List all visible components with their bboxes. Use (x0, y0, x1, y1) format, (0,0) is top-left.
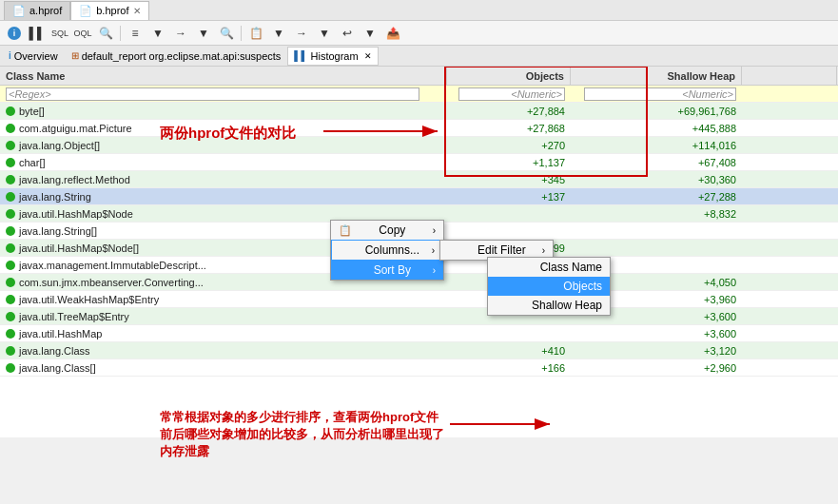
sql-icon: SQL (51, 29, 68, 38)
col-extra (742, 67, 837, 85)
table-row[interactable]: java.util.WeakHashMap$Entry +99 +3,960 (0, 291, 838, 308)
menu-item-columns[interactable]: Columns... › (331, 240, 443, 261)
filter-shallow[interactable] (571, 86, 742, 102)
edit-filter-arrow: › (542, 245, 545, 256)
cell-class: com.atguigu.mat.Picture (0, 120, 447, 136)
cell-shallow: +27,288 (571, 188, 742, 204)
table-row[interactable]: java.lang.Class +410 +3,120 (0, 342, 838, 359)
cell-class: byte[] (0, 103, 447, 119)
table-row[interactable]: com.atguigu.mat.Picture +27,868 +445,888 (0, 120, 838, 137)
table-row[interactable]: java.lang.Class[] +166 +2,960 (0, 359, 838, 377)
regex-filter-input[interactable] (6, 87, 419, 101)
cell-shallow: +67,408 (571, 154, 742, 170)
menu-item-sort-classname[interactable]: Class Name (488, 258, 610, 277)
table-row[interactable]: java.lang.reflect.Method +345 +30,360 (0, 171, 838, 188)
oql-button[interactable]: OQL (72, 24, 93, 43)
search-btn-2[interactable]: 🔍 (216, 24, 237, 43)
class-icon (6, 363, 15, 373)
cell-shallow: +69,961,768 (571, 103, 742, 119)
class-icon (6, 312, 15, 321)
dropdown-btn-4[interactable]: ▼ (314, 24, 335, 43)
cell-class: java.lang.Object[] (0, 137, 447, 153)
export-button[interactable]: 📤 (382, 24, 403, 43)
tab-suspects[interactable]: ⊞ default_report org.eclipse.mat.api:sus… (65, 47, 288, 66)
cell-objects: +166 (447, 359, 571, 376)
arrow-button[interactable]: → (291, 24, 312, 43)
tab-overview-label: Overview (14, 50, 58, 62)
menu-item-sort-shallow[interactable]: Shallow Heap (488, 296, 610, 315)
col-objects: Objects (447, 67, 571, 85)
tab-overview[interactable]: i Overview (2, 47, 65, 66)
close-histogram-tab[interactable]: ✕ (364, 51, 372, 61)
class-icon (6, 141, 15, 150)
copy-label: Copy (379, 223, 405, 237)
arrow-icon: → (296, 27, 307, 40)
histogram-button[interactable]: ▌▌ (27, 24, 48, 43)
cell-objects (447, 223, 571, 239)
sortby-label: Sort By (374, 263, 411, 277)
filter-class[interactable] (0, 86, 447, 102)
table-row[interactable]: java.util.TreeMap$Entry +3,600 (0, 308, 838, 325)
export-icon: 📤 (386, 27, 400, 40)
forward-icon: → (175, 27, 186, 40)
dropdown-btn-2[interactable]: ▼ (193, 24, 214, 43)
numeric-filter-objects[interactable] (458, 87, 565, 101)
dropdown-btn-3[interactable]: ▼ (268, 24, 289, 43)
copy-menu-icon: 📋 (339, 224, 352, 237)
cell-objects: +410 (447, 342, 571, 359)
filter-objects[interactable] (447, 86, 571, 102)
histogram-icon: ▌▌ (29, 27, 45, 40)
cell-class: java.lang.Class (0, 342, 447, 359)
numeric-filter-shallow[interactable] (584, 87, 736, 101)
menu-item-sort-objects[interactable]: Objects (488, 277, 610, 296)
sort-classname-label: Class Name (540, 261, 602, 274)
sql-button[interactable]: SQL (49, 24, 70, 43)
col-class-name: Class Name (0, 67, 447, 85)
toolbar: i ▌▌ SQL OQL 🔍 ≡ ▼ → ▼ 🔍 📋 ▼ → ▼ ↩ ▼ (0, 21, 838, 46)
search-icon-2: 🔍 (220, 27, 234, 40)
undo-button[interactable]: ↩ (337, 24, 358, 43)
edit-filter-label: Edit Filter (477, 243, 526, 257)
cell-class: java.util.TreeMap$Entry (0, 308, 447, 324)
close-tab-button[interactable]: ✕ (133, 6, 141, 16)
cell-class: java.lang.reflect.Method (0, 171, 447, 187)
table-row[interactable]: java.util.HashMap +3,600 (0, 325, 838, 342)
copy-button[interactable]: 📋 (245, 24, 266, 43)
class-icon (6, 243, 15, 253)
oql-icon: OQL (73, 29, 91, 38)
class-icon (6, 107, 15, 116)
info-button[interactable]: i (4, 24, 25, 43)
tab-a-hprof[interactable]: 📄 a.hprof (4, 1, 70, 20)
class-icon (6, 124, 15, 133)
forward-button[interactable]: → (170, 24, 191, 43)
cell-class: char[] (0, 154, 447, 170)
filter-extra (742, 86, 837, 102)
dropdown-btn-1[interactable]: ▼ (147, 24, 168, 43)
tab-histogram[interactable]: ▌▌ Histogram ✕ (287, 47, 378, 66)
view-tab-bar: i Overview ⊞ default_report org.eclipse.… (0, 46, 838, 67)
class-icon (6, 175, 15, 184)
search-button[interactable]: 🔍 (95, 24, 116, 43)
tab-suspects-label: default_report org.eclipse.mat.api:suspe… (82, 50, 282, 62)
tab-histogram-label: Histogram (311, 50, 359, 62)
menu-item-sortby[interactable]: Sort By › (331, 261, 443, 280)
cell-shallow (571, 223, 742, 239)
table-row[interactable]: java.lang.Object[] +270 +114,016 (0, 137, 838, 154)
cell-objects (447, 205, 571, 222)
suspects-icon: ⊞ (71, 50, 79, 61)
table-row[interactable]: char[] +1,137 +67,408 (0, 154, 838, 171)
menu-item-copy[interactable]: 📋 Copy › (331, 221, 443, 240)
cell-shallow: +3,120 (571, 342, 742, 359)
class-icon (6, 158, 15, 167)
info-icon: i (8, 27, 21, 40)
table-row-selected[interactable]: java.lang.String +137 +27,288 (0, 188, 838, 205)
layout-button[interactable]: ≡ (125, 24, 146, 43)
class-icon (6, 226, 15, 236)
tab-b-hprof[interactable]: 📄 b.hprof ✕ (70, 1, 148, 20)
table-row[interactable]: byte[] +27,884 +69,961,768 (0, 103, 838, 120)
dropdown-btn-5[interactable]: ▼ (360, 24, 380, 43)
layout-icon: ≡ (131, 27, 138, 40)
histogram-tab-icon: ▌▌ (294, 50, 307, 61)
dropdown-icon-4: ▼ (319, 27, 330, 40)
separator-1 (120, 26, 121, 41)
